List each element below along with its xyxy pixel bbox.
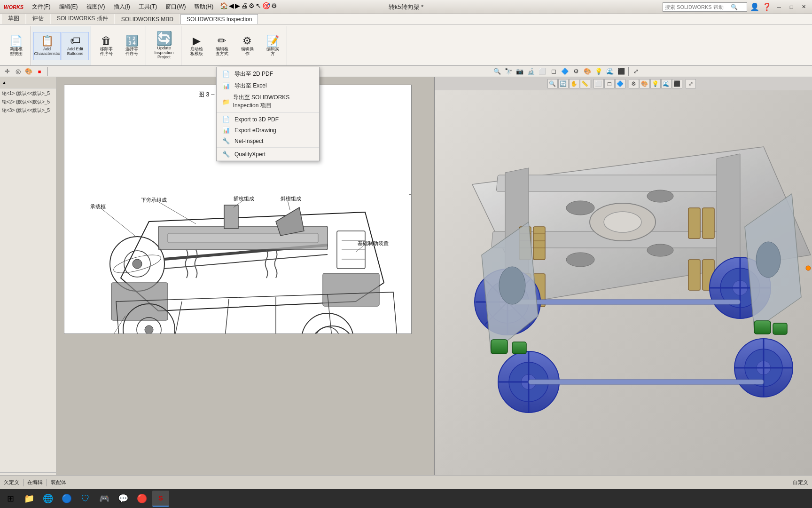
bookmark-icon[interactable]: 🏠 [220, 2, 228, 12]
launch-template-button[interactable]: ▶ 启动检板模板 [184, 32, 209, 60]
svg-line-19 [224, 299, 229, 333]
select-part-number-button[interactable]: 🔢 选择零件序号 [119, 32, 144, 60]
qualityxpert-item[interactable]: 🔧 QualityXpert [217, 149, 319, 159]
minimize-button[interactable]: ─ [774, 3, 784, 11]
restore-button[interactable]: □ [787, 3, 796, 11]
export-excel-item[interactable]: 📊 导出至 Excel [217, 80, 319, 92]
net-inspect-label: Net-Inspect [234, 138, 263, 144]
options-icon[interactable]: ⚙ [249, 2, 255, 12]
vp-camera-btn[interactable]: 📷 [515, 67, 525, 76]
status-customize[interactable]: 自定义 [793, 479, 808, 485]
export-2dpdf-label: 导出至 2D PDF [234, 70, 273, 78]
svg-point-17 [145, 325, 153, 333]
vp-render-btn[interactable]: 🎨 [640, 79, 650, 88]
solidworks-button[interactable]: S [152, 491, 169, 507]
edit-check-button[interactable]: ✏ 编辑检查方式 [210, 32, 234, 60]
tab-plugins[interactable]: SOLIDWORKS 插件 [51, 13, 114, 24]
vp-shading-btn[interactable]: ⬜ [593, 79, 604, 88]
360-button[interactable]: 🛡 [77, 491, 94, 507]
add-char-label: AddCharacteristic [34, 47, 60, 56]
vp-measure-btn[interactable]: 📏 [580, 79, 590, 88]
vp-palette-btn[interactable]: 🎨 [582, 67, 593, 76]
wechat-button[interactable]: 💬 [115, 491, 132, 507]
menu-view[interactable]: 视图(V) [83, 2, 109, 12]
vp-sun-btn[interactable]: 💡 [593, 67, 604, 76]
vp-diamond-btn[interactable]: 🔷 [560, 67, 570, 76]
vp-scene-btn[interactable]: 🌊 [661, 79, 671, 88]
user-icon[interactable]: 👤 [750, 2, 759, 11]
crosshair-btn[interactable]: ✛ [2, 67, 12, 76]
svg-rect-43 [496, 175, 733, 191]
target-icon[interactable]: 🎯 [262, 2, 270, 12]
print-icon[interactable]: 🖨 [241, 2, 248, 12]
vp-section-btn[interactable]: 🔷 [615, 79, 625, 88]
vp-light-btn[interactable]: 💡 [650, 79, 661, 88]
ie-button[interactable]: 🌐 [39, 491, 56, 507]
search-icon[interactable]: 🔍 [731, 4, 738, 10]
search-input[interactable] [665, 4, 731, 10]
nav-fwd-icon[interactable]: ▶ [235, 2, 240, 12]
menu-help[interactable]: 帮助(H) [190, 2, 217, 12]
settings2-icon[interactable]: ⚙ [271, 2, 277, 12]
explorer-button[interactable]: 📁 [21, 491, 38, 507]
steam-button[interactable]: 🎮 [96, 491, 113, 507]
highlight-btn[interactable]: ■ [34, 67, 45, 76]
vp-wave-btn[interactable]: 🌊 [605, 67, 615, 76]
3dpdf-icon: 📄 [222, 116, 232, 123]
update-inspection-button[interactable]: 🔄 UpdateInspectionProject [150, 30, 178, 63]
search-box[interactable]: 🔍 [663, 2, 747, 12]
tab-inspection[interactable]: SOLIDWORKS Inspection [180, 14, 258, 24]
vp-box2-btn[interactable]: ◻ [548, 67, 559, 76]
svg-rect-12 [168, 233, 318, 243]
export-sw-label: 导出至 SOLIDWORKS Inspection 项目 [233, 94, 313, 110]
export-sw-item[interactable]: 📁 导出至 SOLIDWORKS Inspection 项目 [217, 92, 319, 111]
title-right-area: 🔍 👤 ❓ ─ □ ✕ [663, 2, 808, 12]
new-model-view-button[interactable]: 📄 新建模型视图 [4, 32, 28, 60]
export-2dpdf-item[interactable]: 📄 导出至 2D PDF [217, 68, 319, 80]
nav-back-icon[interactable]: ◀ [229, 2, 234, 12]
menu-window[interactable]: 窗口(W) [162, 2, 189, 12]
circle-btn[interactable]: ◎ [13, 67, 23, 76]
color-btn[interactable]: 🎨 [23, 67, 34, 76]
vp-maximize2-btn[interactable]: ⤢ [686, 79, 696, 88]
vp-gear-btn[interactable]: ⚙ [571, 67, 581, 76]
chrome-button[interactable]: 🔵 [58, 491, 75, 507]
menu-tools[interactable]: 工具(T) [135, 2, 161, 12]
export-3dpdf-item[interactable]: 📄 Export to 3D PDF [217, 114, 319, 125]
close-button[interactable]: ✕ [799, 3, 808, 11]
vp-box-btn[interactable]: ⬜ [537, 67, 547, 76]
export-edrawing-item[interactable]: 📊 Export eDrawing [217, 125, 319, 135]
svg-point-91 [566, 201, 594, 215]
select-icon[interactable]: ↖ [256, 2, 261, 12]
add-characteristic-button[interactable]: 📋 AddCharacteristic [33, 32, 61, 60]
start-button[interactable]: ⊞ [2, 491, 19, 507]
panel-scroll-up[interactable]: ▲ [2, 80, 7, 85]
remove-part-number-button[interactable]: 🗑 移除零件序号 [94, 32, 118, 60]
svg-rect-96 [512, 342, 526, 354]
remove-icon: 🗑 [101, 36, 111, 46]
edit-ops-button[interactable]: ⚙ 编辑操作 [235, 32, 259, 60]
edit-report-button[interactable]: 📝 编辑实方 [260, 32, 285, 60]
tab-sketch[interactable]: 草图 [2, 13, 25, 24]
vp-rotate-btn[interactable]: 🔄 [558, 79, 569, 88]
vp-pan-btn[interactable]: ✋ [569, 79, 579, 88]
wpsppt-button[interactable]: 🔴 [133, 491, 150, 507]
vp-zoom-area-btn[interactable]: 🔍 [547, 79, 558, 88]
vp-dark-btn[interactable]: ⬛ [616, 67, 626, 76]
menu-edit[interactable]: 编辑(E) [55, 2, 82, 12]
add-edit-balloons-button[interactable]: 🏷 Add EditBalloons [62, 32, 89, 60]
tab-mbd[interactable]: SOLIDWORKS MBD [115, 14, 180, 24]
export-section-1: 📄 导出至 2D PDF 📊 导出至 Excel 📁 导出至 SOLIDWORK… [217, 67, 319, 113]
vp-maximize-btn[interactable]: ⤢ [631, 67, 641, 76]
vp-bg-btn[interactable]: ⬛ [672, 79, 682, 88]
menu-insert[interactable]: 插入(I) [110, 2, 134, 12]
vp-search-btn[interactable]: 🔍 [492, 67, 502, 76]
vp-zoom-btn[interactable]: 🔭 [503, 67, 514, 76]
vp-settings-btn[interactable]: ⚙ [629, 79, 639, 88]
menu-file[interactable]: 文件(F) [28, 2, 54, 12]
net-inspect-item[interactable]: 🔧 Net-Inspect [217, 135, 319, 146]
tab-evaluate[interactable]: 评估 [26, 13, 50, 24]
vp-wireframe-btn[interactable]: ◻ [604, 79, 615, 88]
vp-micro-btn[interactable]: 🔬 [526, 67, 536, 76]
question-icon[interactable]: ❓ [762, 2, 772, 11]
